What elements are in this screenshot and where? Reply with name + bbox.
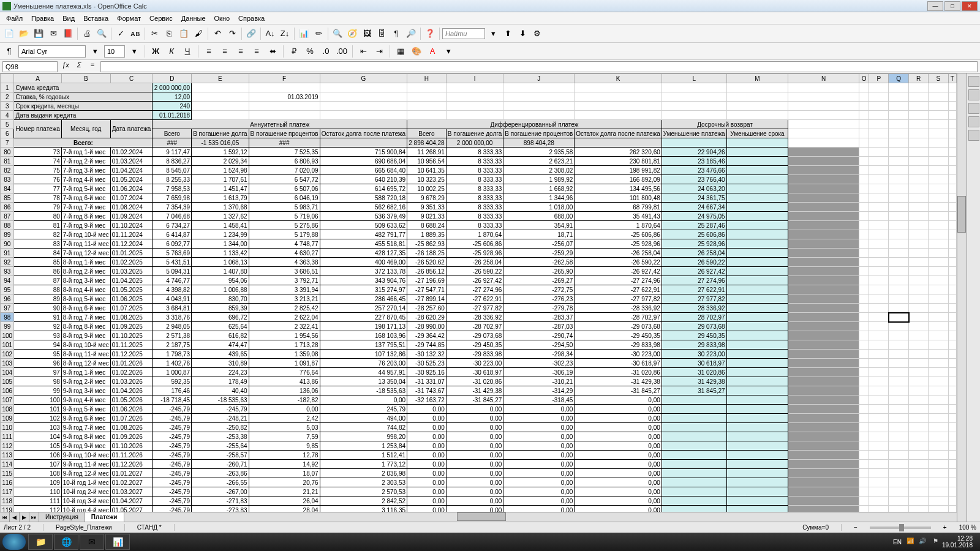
cell[interactable]: 102 <box>14 414 61 423</box>
cell[interactable]: 176,46 <box>153 386 192 395</box>
row-header[interactable]: 91 <box>1 249 14 258</box>
row-header[interactable]: 119 <box>1 506 14 512</box>
cell[interactable]: -271,83 <box>192 497 249 506</box>
cell[interactable]: 744,82 <box>320 423 407 432</box>
cell[interactable] <box>726 423 788 432</box>
cell[interactable] <box>889 359 909 368</box>
cell[interactable]: -28 257,60 <box>407 304 447 313</box>
cell[interactable]: 4 363,38 <box>249 258 320 267</box>
styles-icon[interactable]: ¶ <box>2 45 16 58</box>
cell[interactable] <box>662 414 726 423</box>
cell[interactable]: 31 845,27 <box>662 386 726 395</box>
cell[interactable]: 2 029,34 <box>192 157 249 166</box>
cell[interactable]: 0,00 <box>575 487 662 497</box>
cell[interactable]: 8 333,33 <box>446 221 503 230</box>
cell[interactable]: -27 622,91 <box>575 285 662 294</box>
cell[interactable]: -27 196,69 <box>407 276 447 285</box>
status-mode[interactable]: СТАНД * <box>137 524 175 531</box>
cell[interactable]: 1 402,76 <box>153 359 192 368</box>
cell[interactable] <box>662 497 726 506</box>
cell[interactable]: 0,00 <box>446 497 503 506</box>
cell[interactable]: -30 925,16 <box>407 368 447 377</box>
cell[interactable]: -31 845,27 <box>446 395 503 405</box>
tray-network-icon[interactable]: 📶 <box>905 538 914 546</box>
cell[interactable]: 101 800,48 <box>575 193 662 203</box>
cell[interactable]: 0,00 <box>407 460 447 469</box>
row-header[interactable]: 106 <box>1 386 14 395</box>
cell[interactable]: 7 659,98 <box>153 193 192 203</box>
cell[interactable]: -287,03 <box>503 322 575 331</box>
cell[interactable]: 01.02.2027 <box>110 478 153 487</box>
cell[interactable] <box>726 497 788 506</box>
cell[interactable]: 1 000,87 <box>153 368 192 377</box>
paste-icon[interactable]: 📋 <box>177 27 190 40</box>
cell[interactable]: -269,27 <box>503 276 575 285</box>
cell[interactable] <box>889 239 909 249</box>
cell[interactable]: 0,00 <box>446 469 503 478</box>
cell[interactable]: 01.04.2025 <box>110 276 153 285</box>
cell[interactable]: -29 073,68 <box>575 322 662 331</box>
cell[interactable]: 24 667,34 <box>662 203 726 212</box>
cell[interactable]: 859,39 <box>192 304 249 313</box>
menu-insert[interactable]: Вставка <box>80 13 112 23</box>
cell[interactable] <box>726 239 788 249</box>
cell[interactable]: 8-й год 10-й мес <box>61 340 110 350</box>
cell[interactable]: 5 094,31 <box>153 267 192 276</box>
cell[interactable]: 3 213,21 <box>249 294 320 304</box>
format-paint-icon[interactable]: 🖌 <box>192 27 205 40</box>
cell[interactable] <box>662 460 726 469</box>
cell[interactable]: 01.02.2024 <box>110 148 153 157</box>
cell[interactable] <box>889 350 909 359</box>
cell[interactable]: 0,00 <box>407 414 447 423</box>
cell[interactable]: -298,34 <box>503 350 575 359</box>
row-header[interactable]: 111 <box>1 432 14 441</box>
cell[interactable]: 592,35 <box>153 377 192 386</box>
cell[interactable]: 5,03 <box>249 423 320 432</box>
cell[interactable] <box>726 203 788 212</box>
cell[interactable]: 79 <box>14 203 61 212</box>
cell[interactable]: 315 274,97 <box>320 285 407 294</box>
cell[interactable]: 227 870,45 <box>320 313 407 322</box>
font-name-combo[interactable] <box>18 45 86 58</box>
cell[interactable]: 2 187,75 <box>153 340 192 350</box>
cell[interactable]: 2,42 <box>249 414 320 423</box>
cell[interactable] <box>726 175 788 184</box>
remove-decimal-icon[interactable]: .00 <box>335 45 349 58</box>
cell[interactable]: 6 507,06 <box>249 184 320 193</box>
cell[interactable]: -31 020,86 <box>446 377 503 386</box>
cell[interactable]: 30 618,97 <box>662 359 726 368</box>
cell[interactable]: 8-й год 3-й мес <box>61 276 110 285</box>
cell[interactable]: -245,79 <box>153 405 192 414</box>
cell[interactable]: 5 275,86 <box>249 221 320 230</box>
cell[interactable]: 44 957,91 <box>320 368 407 377</box>
cell[interactable]: 0,00 <box>446 451 503 460</box>
cell[interactable]: 0,00 <box>503 423 575 432</box>
row-header[interactable]: 84 <box>1 184 14 193</box>
cell[interactable]: 83 <box>14 239 61 249</box>
taskbar-chrome-icon[interactable]: 🌐 <box>54 534 78 550</box>
col-header[interactable]: K <box>575 74 662 83</box>
cell[interactable]: 8 255,33 <box>153 175 192 184</box>
cell[interactable]: -29 073,68 <box>446 331 503 340</box>
cell[interactable]: 27 622,91 <box>662 285 726 294</box>
maximize-button[interactable]: □ <box>944 1 960 11</box>
cell[interactable]: 0,00 <box>407 451 447 460</box>
cell[interactable]: 107 132,86 <box>320 350 407 359</box>
cell[interactable]: 245,79 <box>320 405 407 414</box>
cell[interactable] <box>889 497 909 506</box>
minimize-button[interactable]: — <box>927 1 943 11</box>
cell[interactable]: 01.11.2026 <box>110 451 153 460</box>
cell[interactable]: 01.02.2026 <box>110 368 153 377</box>
cell[interactable]: 7-й год 11-й мес <box>61 239 110 249</box>
param-value[interactable]: 240 <box>153 102 192 111</box>
cell[interactable]: -245,79 <box>153 506 192 512</box>
cell[interactable]: 7-й год 1-й мес <box>61 148 110 157</box>
cell[interactable]: 0,00 <box>407 487 447 497</box>
cell[interactable]: 10-й год 1-й мес <box>61 478 110 487</box>
row-header[interactable]: 115 <box>1 469 14 478</box>
cell[interactable]: 26 927,42 <box>662 267 726 276</box>
cell[interactable]: 31 020,86 <box>662 368 726 377</box>
cell[interactable] <box>726 350 788 359</box>
dec-indent-icon[interactable]: ⇤ <box>356 45 370 58</box>
cell[interactable]: -31 020,86 <box>575 368 662 377</box>
